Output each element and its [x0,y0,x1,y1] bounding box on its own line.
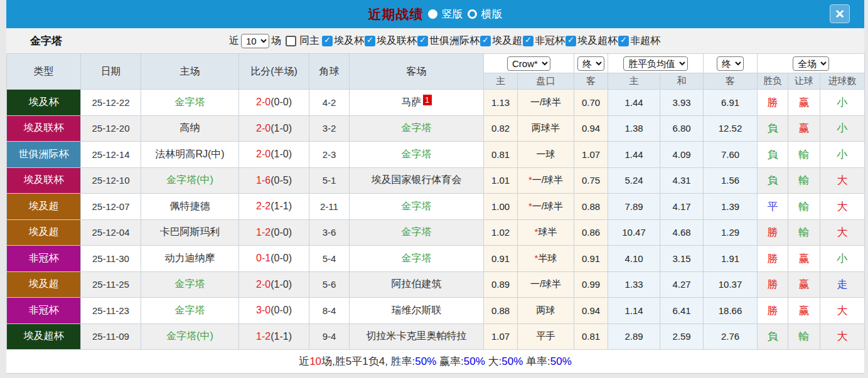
competition-checkbox[interactable] [618,36,629,46]
away-team-cell: 阿拉伯建筑 [350,271,484,298]
result-cell: 勝 [758,219,788,246]
asian-away-odds-cell: 0.70 [574,90,608,116]
asian-away-odds-cell: 0.86 [574,219,608,246]
euro-home-odds-cell: 1.33 [608,271,660,298]
home-team-cell: 卡巴阿斯玛利 [141,219,239,246]
score-cell: 2-0(0-0) [239,90,309,116]
type-badge: 埃及联杯 [7,167,81,194]
handicap-cell: 一球 [518,142,574,168]
match-row: 埃及杯25-12-22金字塔2-0(0-0)4-2马萨11.13一/球半0.70… [7,90,865,116]
competition-checkbox[interactable] [365,36,375,46]
euro-draw-odds-cell: 6.80 [660,115,704,142]
europe-odds-select[interactable]: 胜平负均值 [623,56,688,71]
sub-header-result: 胜负 [758,73,788,90]
date-cell: 25-12-04 [81,219,141,246]
asian-home-odds-cell: 1.00 [484,194,518,220]
handicap-cell: *球半 [518,219,574,246]
asian-away-odds-cell: 0.94 [574,298,608,324]
odds-company-select[interactable]: Crow* [507,56,550,71]
type-badge: 埃及杯 [7,90,81,116]
euro-home-odds-cell: 4.10 [608,246,660,272]
result-cell: 勝 [758,271,788,298]
euro-away-odds-cell: 6.91 [704,90,758,116]
result-cell: 負 [758,142,788,168]
competition-label: 非冠杯 [535,34,565,48]
euro-draw-odds-cell: 4.09 [660,142,704,168]
euro-draw-odds-cell: 6.41 [660,298,704,324]
competition-checkbox[interactable] [322,36,333,46]
summary-text: 赢率: [436,354,463,369]
summary-text: 50% [415,355,436,368]
handicap-cell: 两球 [518,298,574,324]
vertical-layout-radio[interactable] [428,9,437,19]
euro-away-odds-cell: 12.52 [704,115,758,142]
handicap-result-cell: 輸 [788,194,820,220]
europe-time-select[interactable]: 终 [717,56,744,71]
type-badge: 非冠杯 [7,298,81,324]
result-cell: 負 [758,115,788,142]
results-table: 类型 日期 主场 比分(半场) 角球 客场 Crow* 终 胜平负均值 终 全场… [6,53,865,350]
date-cell: 25-11-09 [81,323,141,350]
score-cell: 2-0(1-0) [239,142,309,168]
home-team-cell: 高纳 [141,115,239,142]
result-cell: 勝 [758,90,788,116]
euro-home-odds-cell: 1.14 [608,298,660,324]
handicap-cell: *一/球半 [518,194,574,220]
col-header-away: 客场 [350,54,484,90]
asian-away-odds-cell: 0.81 [574,323,608,350]
date-cell: 25-11-23 [81,298,141,324]
competition-label: 埃及超杯 [577,34,618,48]
asian-home-odds-cell: 1.07 [484,323,518,350]
asian-home-odds-cell: 0.81 [484,142,518,168]
vertical-layout-label[interactable]: 竖版 [442,7,463,21]
away-team-cell: 金字塔 [350,219,484,246]
type-badge: 世俱洲际杯 [7,142,81,168]
away-team-cell: 金字塔 [350,142,484,168]
away-team-cell: 金字塔 [350,246,484,272]
asian-home-odds-cell: 0.89 [484,271,518,298]
score-cell: 2-0(1-0) [239,115,309,142]
recent-count-select[interactable]: 10 [241,34,269,48]
close-button[interactable]: ✕ [830,4,850,23]
competition-checkbox[interactable] [523,36,533,46]
result-cell: 負 [758,167,788,194]
euro-away-odds-cell: 18.66 [704,298,758,324]
competition-checkbox[interactable] [480,36,491,46]
col-header-corner: 角球 [309,54,350,90]
scope-select[interactable]: 全场 [793,56,829,71]
match-row: 非冠杯25-11-23金字塔3-0(0-0)8-4瑞维尔斯联0.88两球0.94… [7,298,865,324]
competition-label: 世俱洲际杯 [429,34,480,48]
match-row: 埃及联杯25-12-10金字塔(中)1-6(0-5)5-1埃及国家银行体育会1.… [7,167,865,194]
result-cell: 負 [758,323,788,350]
asian-home-odds-cell: 1.02 [484,219,518,246]
filter-controls: 近 10 场 同主 埃及杯埃及联杯世俱洲际杯埃及超非冠杯埃及超杯非超杯 [229,34,661,48]
col-header-type: 类型 [7,54,81,90]
asian-time-select[interactable]: 终 [577,56,604,71]
score-cell: 2-0(1-0) [239,271,309,298]
sub-header-euro-home: 主 [608,73,660,90]
euro-home-odds-cell: 1.44 [608,142,660,168]
date-cell: 25-12-22 [81,90,141,116]
same-home-checkbox[interactable] [286,36,296,46]
summary-text: 50% [501,355,523,368]
handicap-result-cell: 赢 [788,246,820,272]
summary-text: 近 [299,354,309,369]
match-row: 埃及超杯25-11-09金字塔(中)1-2(1-1)9-4切拉米卡克里奥帕特拉1… [7,323,865,350]
handicap-cell: 平手 [518,323,574,350]
euro-home-odds-cell: 7.89 [608,194,660,220]
corner-cell: 9-4 [309,323,350,350]
competition-checkbox[interactable] [417,36,428,46]
away-team-cell: 金字塔 [350,194,484,220]
type-badge: 埃及超杯 [7,323,81,350]
asian-home-odds-cell: 0.82 [484,115,518,142]
euro-draw-odds-cell: 3.93 [660,90,704,116]
competition-checkbox[interactable] [565,36,576,46]
corner-cell: 2-11 [309,194,350,220]
horizontal-layout-label[interactable]: 横版 [481,7,503,21]
summary-text: 10 [309,355,321,368]
filter-bar: 金字塔 近 10 场 同主 埃及杯埃及联杯世俱洲际杯埃及超非冠杯埃及超杯非超杯 [6,28,864,53]
euro-draw-odds-cell: 2.59 [660,323,704,350]
horizontal-layout-radio[interactable] [468,9,477,19]
summary-text: 大: [485,354,501,369]
type-badge: 埃及超 [7,271,81,298]
